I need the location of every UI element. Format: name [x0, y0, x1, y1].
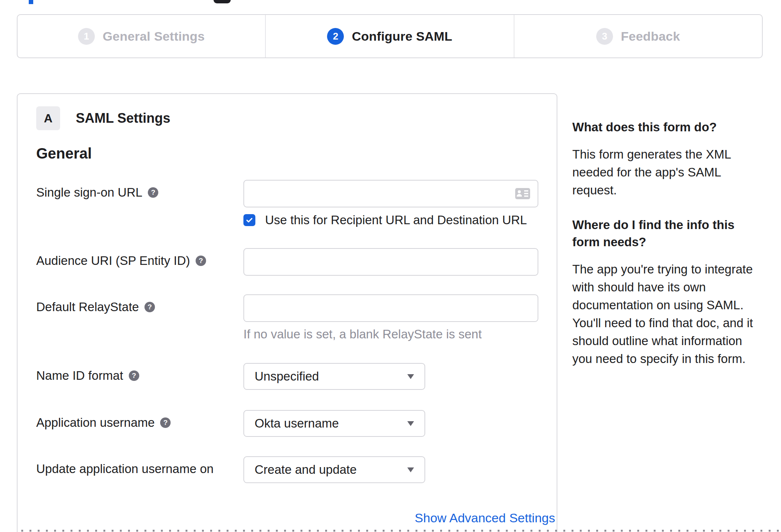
advanced-settings-row: Show Advanced Settings	[36, 511, 555, 525]
step-general-settings[interactable]: 1 General Settings	[18, 15, 265, 57]
recipient-url-checkbox[interactable]	[243, 214, 255, 226]
app-username-select[interactable]: Okta username	[243, 410, 425, 437]
contact-card-icon	[514, 187, 531, 200]
field-row-update-username: Update application username on Create an…	[36, 456, 557, 483]
field-row-app-username: Application username ? Okta username	[36, 410, 557, 437]
sso-url-input[interactable]	[243, 180, 538, 207]
nameid-format-select[interactable]: Unspecified	[243, 363, 425, 390]
caret-down-icon	[407, 421, 414, 426]
recipient-url-checkbox-row: Use this for Recipient URL and Destinati…	[243, 213, 557, 227]
wizard-stepper: 1 General Settings 2 Configure SAML 3 Fe…	[17, 14, 763, 58]
panel-title: SAML Settings	[76, 110, 170, 126]
step-1-badge: 1	[78, 28, 95, 45]
relaystate-label: Default RelayState	[36, 300, 139, 314]
step-1-label: General Settings	[103, 29, 205, 44]
panel-header: A SAML Settings	[36, 106, 557, 130]
saml-settings-panel: A SAML Settings General Single sign-on U…	[17, 93, 557, 532]
caret-down-icon	[407, 467, 414, 472]
sidebar-heading-where: Where do I find the info this form needs…	[572, 216, 763, 251]
field-row-audience-uri: Audience URI (SP Entity ID) ?	[36, 248, 557, 276]
step-2-label: Configure SAML	[352, 29, 452, 44]
section-a-badge: A	[36, 106, 60, 130]
field-row-relaystate: Default RelayState ? If no value is set,…	[36, 294, 557, 341]
caret-down-icon	[407, 374, 414, 379]
audience-uri-input[interactable]	[243, 248, 538, 276]
general-section-heading: General	[36, 145, 557, 162]
help-icon[interactable]: ?	[160, 417, 171, 428]
audience-uri-label: Audience URI (SP Entity ID)	[36, 254, 190, 268]
step-3-label: Feedback	[621, 29, 680, 44]
logo-fragment	[29, 0, 33, 4]
relaystate-hint: If no value is set, a blank RelayState i…	[243, 327, 557, 341]
app-icon-fragment	[214, 0, 231, 3]
checkmark-icon	[245, 216, 253, 224]
step-configure-saml[interactable]: 2 Configure SAML	[265, 15, 513, 57]
step-3-badge: 3	[596, 28, 613, 45]
help-icon[interactable]: ?	[129, 370, 139, 381]
help-icon[interactable]: ?	[144, 302, 155, 312]
dotted-divider	[21, 530, 781, 532]
field-row-nameid-format: Name ID format ? Unspecified	[36, 363, 557, 390]
sso-url-label: Single sign-on URL	[36, 185, 142, 200]
nameid-format-label: Name ID format	[36, 369, 123, 383]
update-username-value: Create and update	[255, 463, 357, 477]
sidebar-heading-what: What does this form do?	[572, 119, 763, 136]
relaystate-input[interactable]	[243, 294, 538, 322]
field-row-sso-url: Single sign-on URL ?	[36, 180, 557, 227]
update-username-label: Update application username on	[36, 462, 214, 476]
show-advanced-settings-link[interactable]: Show Advanced Settings	[415, 511, 555, 525]
sidebar-body-where: The app you're trying to integrate with …	[572, 260, 763, 368]
help-icon[interactable]: ?	[148, 187, 158, 198]
help-sidebar: What does this form do? This form genera…	[572, 119, 763, 385]
app-username-label: Application username	[36, 416, 155, 430]
step-feedback[interactable]: 3 Feedback	[514, 15, 762, 57]
sidebar-body-what: This form generates the XML needed for t…	[572, 145, 763, 199]
help-icon[interactable]: ?	[196, 256, 206, 266]
step-2-badge: 2	[327, 28, 344, 45]
nameid-format-value: Unspecified	[255, 369, 319, 384]
app-username-value: Okta username	[255, 416, 339, 431]
update-username-select[interactable]: Create and update	[243, 456, 425, 483]
recipient-url-checkbox-label: Use this for Recipient URL and Destinati…	[265, 213, 527, 227]
